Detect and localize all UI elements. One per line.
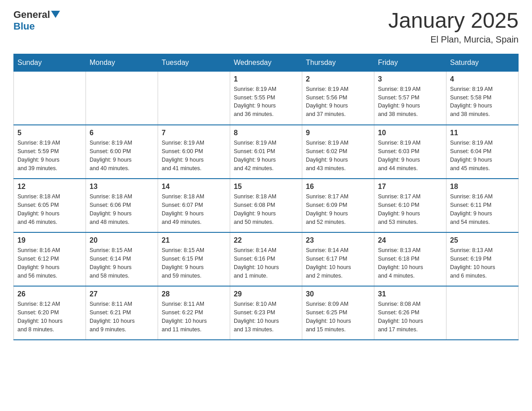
day-number: 16 [306, 183, 370, 191]
day-info: Sunrise: 8:19 AM Sunset: 5:55 PM Dayligh… [234, 85, 298, 119]
calendar-cell: 28Sunrise: 8:11 AM Sunset: 6:22 PM Dayli… [158, 286, 230, 340]
day-number: 15 [234, 183, 298, 191]
day-info: Sunrise: 8:12 AM Sunset: 6:20 PM Dayligh… [17, 300, 82, 334]
day-number: 19 [17, 236, 82, 244]
day-info: Sunrise: 8:19 AM Sunset: 5:58 PM Dayligh… [450, 85, 515, 119]
day-info: Sunrise: 8:18 AM Sunset: 6:06 PM Dayligh… [90, 193, 154, 226]
day-number: 9 [306, 129, 370, 137]
calendar-cell: 9Sunrise: 8:19 AM Sunset: 6:02 PM Daylig… [302, 125, 374, 179]
calendar-cell: 30Sunrise: 8:09 AM Sunset: 6:25 PM Dayli… [302, 286, 374, 340]
day-info: Sunrise: 8:18 AM Sunset: 6:08 PM Dayligh… [234, 193, 298, 226]
day-number: 12 [17, 183, 82, 191]
day-info: Sunrise: 8:16 AM Sunset: 6:11 PM Dayligh… [450, 193, 515, 226]
day-info: Sunrise: 8:10 AM Sunset: 6:23 PM Dayligh… [234, 300, 298, 334]
calendar-cell [14, 71, 86, 125]
day-number: 26 [17, 290, 82, 298]
day-info: Sunrise: 8:14 AM Sunset: 6:16 PM Dayligh… [234, 246, 298, 280]
day-number: 17 [378, 183, 442, 191]
calendar-cell [446, 286, 519, 340]
day-info: Sunrise: 8:19 AM Sunset: 6:04 PM Dayligh… [450, 139, 515, 172]
calendar-day-header: Thursday [302, 54, 374, 71]
day-number: 1 [234, 75, 298, 83]
day-number: 10 [378, 129, 442, 137]
day-info: Sunrise: 8:19 AM Sunset: 6:01 PM Dayligh… [234, 139, 298, 172]
logo-triangle-icon [51, 10, 60, 19]
calendar-cell: 15Sunrise: 8:18 AM Sunset: 6:08 PM Dayli… [230, 179, 302, 232]
day-number: 6 [90, 129, 154, 137]
day-info: Sunrise: 8:08 AM Sunset: 6:26 PM Dayligh… [378, 300, 442, 334]
calendar-cell: 22Sunrise: 8:14 AM Sunset: 6:16 PM Dayli… [230, 232, 302, 286]
day-info: Sunrise: 8:18 AM Sunset: 6:07 PM Dayligh… [162, 193, 226, 226]
calendar-day-header: Tuesday [158, 54, 230, 71]
day-number: 23 [306, 236, 370, 244]
day-info: Sunrise: 8:11 AM Sunset: 6:22 PM Dayligh… [162, 300, 226, 334]
calendar-cell: 26Sunrise: 8:12 AM Sunset: 6:20 PM Dayli… [14, 286, 86, 340]
day-number: 11 [450, 129, 515, 137]
day-number: 25 [450, 236, 515, 244]
day-info: Sunrise: 8:19 AM Sunset: 6:02 PM Dayligh… [306, 139, 370, 172]
calendar-cell: 23Sunrise: 8:14 AM Sunset: 6:17 PM Dayli… [302, 232, 374, 286]
calendar-cell: 25Sunrise: 8:13 AM Sunset: 6:19 PM Dayli… [446, 232, 519, 286]
day-info: Sunrise: 8:16 AM Sunset: 6:12 PM Dayligh… [17, 246, 82, 280]
calendar-week-row: 1Sunrise: 8:19 AM Sunset: 5:55 PM Daylig… [14, 71, 519, 125]
calendar-week-row: 12Sunrise: 8:18 AM Sunset: 6:05 PM Dayli… [14, 179, 519, 232]
day-number: 8 [234, 129, 298, 137]
day-info: Sunrise: 8:19 AM Sunset: 5:59 PM Dayligh… [17, 139, 82, 172]
day-info: Sunrise: 8:17 AM Sunset: 6:10 PM Dayligh… [378, 193, 442, 226]
logo-blue-text: Blue [13, 21, 35, 32]
calendar-cell: 8Sunrise: 8:19 AM Sunset: 6:01 PM Daylig… [230, 125, 302, 179]
day-number: 2 [306, 75, 370, 83]
calendar-cell: 24Sunrise: 8:13 AM Sunset: 6:18 PM Dayli… [374, 232, 446, 286]
calendar-cell: 27Sunrise: 8:11 AM Sunset: 6:21 PM Dayli… [86, 286, 158, 340]
day-number: 14 [162, 183, 226, 191]
calendar-day-header: Friday [374, 54, 446, 71]
calendar-cell: 13Sunrise: 8:18 AM Sunset: 6:06 PM Dayli… [86, 179, 158, 232]
logo: General Blue [13, 9, 60, 32]
day-info: Sunrise: 8:15 AM Sunset: 6:14 PM Dayligh… [90, 246, 154, 280]
calendar-cell: 11Sunrise: 8:19 AM Sunset: 6:04 PM Dayli… [446, 125, 519, 179]
calendar-cell: 31Sunrise: 8:08 AM Sunset: 6:26 PM Dayli… [374, 286, 446, 340]
day-number: 24 [378, 236, 442, 244]
calendar-cell: 12Sunrise: 8:18 AM Sunset: 6:05 PM Dayli… [14, 179, 86, 232]
day-number: 30 [306, 290, 370, 298]
logo-general-text: General [13, 9, 50, 21]
calendar-cell: 14Sunrise: 8:18 AM Sunset: 6:07 PM Dayli… [158, 179, 230, 232]
day-info: Sunrise: 8:15 AM Sunset: 6:15 PM Dayligh… [162, 246, 226, 280]
logo-block: General Blue [13, 9, 60, 32]
calendar-cell: 7Sunrise: 8:19 AM Sunset: 6:00 PM Daylig… [158, 125, 230, 179]
calendar-cell: 18Sunrise: 8:16 AM Sunset: 6:11 PM Dayli… [446, 179, 519, 232]
day-number: 31 [378, 290, 442, 298]
calendar-cell: 1Sunrise: 8:19 AM Sunset: 5:55 PM Daylig… [230, 71, 302, 125]
calendar-week-row: 5Sunrise: 8:19 AM Sunset: 5:59 PM Daylig… [14, 125, 519, 179]
day-number: 18 [450, 183, 515, 191]
calendar-cell: 3Sunrise: 8:19 AM Sunset: 5:57 PM Daylig… [374, 71, 446, 125]
day-info: Sunrise: 8:17 AM Sunset: 6:09 PM Dayligh… [306, 193, 370, 226]
day-info: Sunrise: 8:14 AM Sunset: 6:17 PM Dayligh… [306, 246, 370, 280]
calendar-cell: 6Sunrise: 8:19 AM Sunset: 6:00 PM Daylig… [86, 125, 158, 179]
day-info: Sunrise: 8:19 AM Sunset: 5:57 PM Dayligh… [378, 85, 442, 119]
calendar-cell: 10Sunrise: 8:19 AM Sunset: 6:03 PM Dayli… [374, 125, 446, 179]
day-number: 21 [162, 236, 226, 244]
logo-row1: General [13, 9, 60, 21]
day-number: 4 [450, 75, 515, 83]
location: El Plan, Murcia, Spain [388, 34, 519, 45]
month-title: January 2025 [388, 9, 519, 33]
calendar-cell [86, 71, 158, 125]
day-info: Sunrise: 8:11 AM Sunset: 6:21 PM Dayligh… [90, 300, 154, 334]
day-number: 7 [162, 129, 226, 137]
day-number: 29 [234, 290, 298, 298]
day-number: 5 [17, 129, 82, 137]
day-info: Sunrise: 8:18 AM Sunset: 6:05 PM Dayligh… [17, 193, 82, 226]
day-info: Sunrise: 8:09 AM Sunset: 6:25 PM Dayligh… [306, 300, 370, 334]
calendar-cell: 2Sunrise: 8:19 AM Sunset: 5:56 PM Daylig… [302, 71, 374, 125]
day-number: 27 [90, 290, 154, 298]
calendar-day-header: Monday [86, 54, 158, 71]
calendar-cell [158, 71, 230, 125]
calendar-week-row: 26Sunrise: 8:12 AM Sunset: 6:20 PM Dayli… [14, 286, 519, 340]
day-info: Sunrise: 8:19 AM Sunset: 5:56 PM Dayligh… [306, 85, 370, 119]
calendar-day-header: Saturday [446, 54, 519, 71]
day-number: 3 [378, 75, 442, 83]
day-info: Sunrise: 8:13 AM Sunset: 6:19 PM Dayligh… [450, 246, 515, 280]
day-info: Sunrise: 8:19 AM Sunset: 6:00 PM Dayligh… [90, 139, 154, 172]
calendar-cell: 16Sunrise: 8:17 AM Sunset: 6:09 PM Dayli… [302, 179, 374, 232]
